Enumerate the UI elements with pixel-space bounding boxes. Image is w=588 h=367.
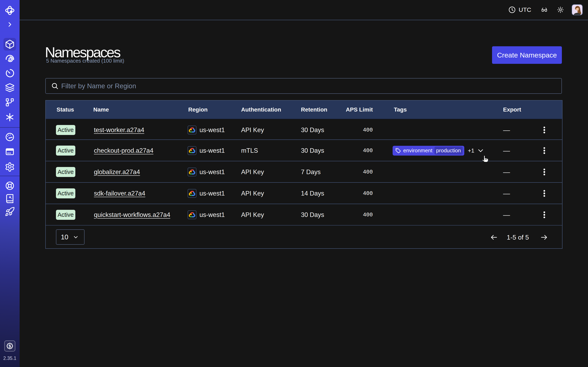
svg-text:$: $ bbox=[9, 343, 11, 349]
